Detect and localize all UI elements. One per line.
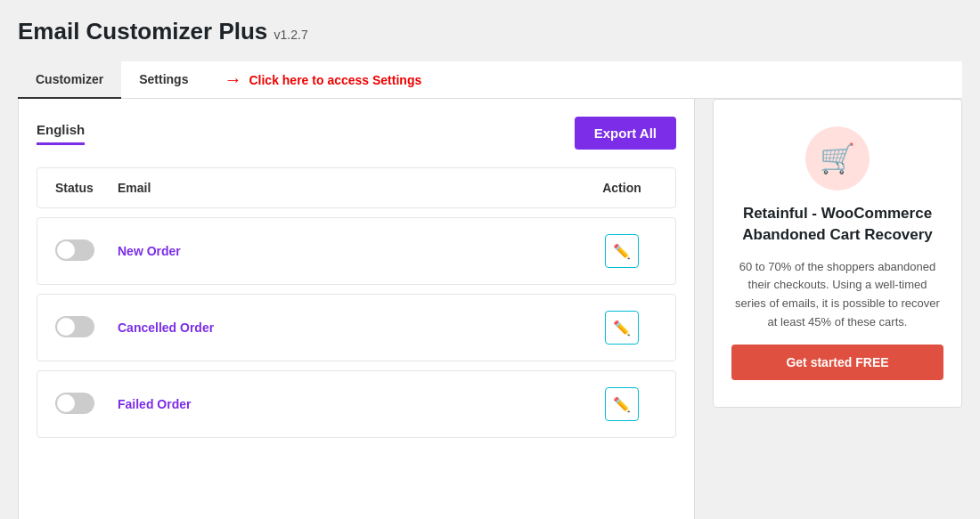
email-name-cancelled-order[interactable]: Cancelled Order [118,320,214,335]
retainful-title: Retainful - WooCommerce Abandoned Cart R… [731,203,943,246]
settings-hint: → Click here to access Settings [224,69,421,90]
email-row-cancelled-order: Cancelled Order ✏️ [37,294,676,361]
get-started-button[interactable]: Get started FREE [731,345,943,380]
lang-tabs-bar: English Export All [37,117,676,150]
tab-customizer[interactable]: Customizer [18,61,121,99]
email-row-failed-order: Failed Order ✏️ [37,370,676,438]
pencil-icon: ✏️ [613,396,631,413]
arrow-right-icon: → [224,69,241,90]
export-all-button[interactable]: Export All [575,117,676,150]
pencil-icon: ✏️ [613,243,631,260]
tabs-bar: Customizer Settings → Click here to acce… [18,61,962,99]
edit-button-failed-order[interactable]: ✏️ [605,387,639,421]
toggle-switch[interactable] [55,393,94,414]
email-row-new-order: New Order ✏️ [37,217,676,285]
retainful-description: 60 to 70% of the shoppers abandoned thei… [731,258,943,332]
email-name-new-order[interactable]: New Order [118,244,181,258]
header-action: Action [586,181,657,195]
toggle-switch[interactable] [55,316,94,337]
shopping-cart-icon: 🛒 [820,142,855,175]
right-panel: 🛒 Retainful - WooCommerce Abandoned Cart… [713,99,962,408]
lang-tab-english[interactable]: English [37,122,85,145]
header-status: Status [55,181,118,195]
toggle-cancelled-order[interactable] [55,316,118,340]
toggle-switch[interactable] [55,239,94,261]
pencil-icon: ✏️ [613,320,631,337]
edit-button-new-order[interactable]: ✏️ [605,234,639,268]
header-email: Email [118,181,586,195]
main-layout: English Export All Status Email Action N… [18,99,962,519]
table-header: Status Email Action [37,167,676,208]
page-title: Email Customizer Plus v1.2.7 [18,18,962,45]
toggle-new-order[interactable] [55,239,118,264]
email-name-failed-order[interactable]: Failed Order [118,397,191,411]
left-panel: English Export All Status Email Action N… [18,99,695,519]
edit-button-cancelled-order[interactable]: ✏️ [605,311,639,345]
tab-settings[interactable]: Settings [121,61,206,99]
toggle-failed-order[interactable] [55,393,118,417]
cart-icon: 🛒 [805,126,870,191]
